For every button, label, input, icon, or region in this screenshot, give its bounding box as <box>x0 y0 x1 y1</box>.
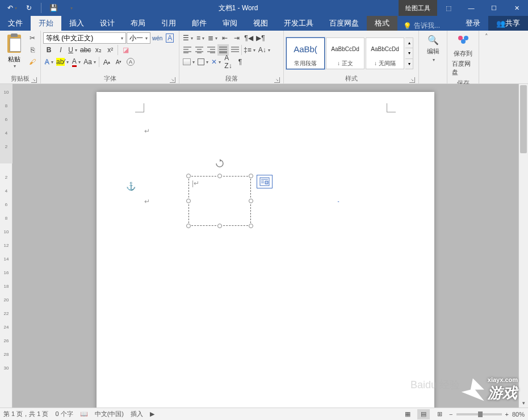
tab-design[interactable]: 设计 <box>92 16 123 31</box>
tab-file[interactable]: 文件 <box>0 16 31 31</box>
align-center-button[interactable] <box>194 44 205 56</box>
enclose-char-button[interactable]: A <box>125 56 136 68</box>
redo-button[interactable]: ↻ <box>22 1 36 15</box>
tab-review[interactable]: 审阅 <box>215 16 245 31</box>
zoom-thumb[interactable] <box>478 411 483 417</box>
login-button[interactable]: 登录 <box>458 16 488 31</box>
font-launcher[interactable]: ↘ <box>170 77 175 83</box>
tab-format[interactable]: 格式 <box>367 16 397 31</box>
sort-az-button[interactable]: AZ↓ <box>223 56 234 68</box>
superscript-button[interactable]: x² <box>104 44 116 56</box>
asian-layout-button[interactable]: ✕▾ <box>210 56 222 68</box>
styles-launcher[interactable]: ↘ <box>409 77 415 83</box>
tab-layout[interactable]: 布局 <box>123 16 153 31</box>
subscript-button[interactable]: x₂ <box>93 44 104 56</box>
align-left-button[interactable] <box>182 44 193 56</box>
zoom-in-button[interactable]: + <box>505 411 509 418</box>
change-case-button[interactable]: Aa▾ <box>82 56 97 68</box>
save-to-baidu-button[interactable]: 保存到 百度网盘 <box>450 32 476 79</box>
align-right-button[interactable] <box>206 44 217 56</box>
underline-button[interactable]: U▾ <box>67 44 78 56</box>
borders-button[interactable]: ▾ <box>196 56 209 68</box>
font-color-button[interactable]: A▾ <box>70 56 82 68</box>
copy-button[interactable]: ⎘ <box>27 44 38 56</box>
resize-handle-r[interactable] <box>249 199 253 203</box>
paragraph-launcher[interactable]: ↘ <box>274 77 280 83</box>
tab-mailings[interactable]: 邮件 <box>184 16 215 31</box>
tab-references[interactable]: 引用 <box>153 16 184 31</box>
qat-customize[interactable]: ▾ <box>63 1 78 15</box>
page-viewport[interactable]: ↵ ⚓ ↵ |↵ <box>12 84 518 408</box>
grow-font-button[interactable]: A▴ <box>101 56 112 68</box>
tab-view[interactable]: 视图 <box>245 16 276 31</box>
char-border-button[interactable]: A <box>164 32 175 44</box>
paste-button[interactable]: 粘贴 ▾ <box>2 32 26 69</box>
cut-button[interactable]: ✂ <box>27 32 38 44</box>
rtl-button[interactable]: ▶¶ <box>255 32 266 44</box>
styles-up[interactable]: ▴ <box>405 38 413 48</box>
multilevel-button[interactable]: ≣▾ <box>207 32 219 44</box>
style-item-2[interactable]: AaBbCcDd ↓ 无间隔 <box>366 37 404 69</box>
resize-handle-t[interactable] <box>217 174 222 178</box>
scroll-down[interactable]: ▾ <box>519 398 528 408</box>
ribbon-options-button[interactable]: ⬚ <box>437 0 460 16</box>
zoom-slider[interactable] <box>456 413 502 415</box>
bold-button[interactable]: B <box>43 44 55 56</box>
close-button[interactable]: ✕ <box>505 0 528 16</box>
resize-handle-tl[interactable] <box>186 174 191 178</box>
resize-handle-tr[interactable] <box>249 174 253 178</box>
page-status[interactable]: 第 1 页，共 1 页 <box>3 410 48 418</box>
word-count[interactable]: 0 个字 <box>55 410 73 418</box>
resize-handle-b[interactable] <box>217 224 222 228</box>
minimize-button[interactable]: — <box>460 0 483 16</box>
collapse-ribbon-button[interactable]: ˄ <box>479 31 494 83</box>
find-button[interactable]: 🔍 编辑 ▾ <box>421 32 445 65</box>
page-1[interactable]: ↵ ⚓ ↵ |↵ <box>97 92 434 408</box>
tab-insert[interactable]: 插入 <box>61 16 92 31</box>
macro-icon[interactable]: ▶ <box>150 410 154 418</box>
styles-more[interactable]: ▾ <box>405 59 413 69</box>
font-name-combo[interactable]: 等线 (中文正文)▾ <box>43 32 126 44</box>
scroll-thumb[interactable] <box>520 85 527 153</box>
text-effects-button[interactable]: A▾ <box>43 56 55 68</box>
format-painter-button[interactable]: 🖌 <box>27 56 38 68</box>
bullets-button[interactable]: ☰▾ <box>182 32 194 44</box>
undo-button[interactable]: ↶▾ <box>5 1 19 15</box>
sort-button[interactable]: A↓▾ <box>257 44 271 56</box>
clear-format-button[interactable]: ◪ <box>120 44 131 56</box>
print-layout-button[interactable]: ▤ <box>417 409 430 419</box>
language-status[interactable]: 中文(中国) <box>95 410 124 418</box>
line-spacing-button[interactable]: ‡≡▾ <box>242 44 257 56</box>
read-mode-button[interactable]: ▦ <box>401 409 414 419</box>
resize-handle-l[interactable] <box>186 199 191 203</box>
web-layout-button[interactable]: ⊞ <box>433 409 446 419</box>
zoom-level[interactable]: 80% <box>512 411 525 418</box>
style-item-0[interactable]: AaBb( 常用段落 <box>286 37 325 69</box>
vertical-ruler[interactable]: 10 8 6 4 2 2 4 6 8 10 12 14 16 18 20 22 … <box>0 84 12 408</box>
font-size-combo[interactable]: 小一▾ <box>127 32 150 44</box>
tab-home[interactable]: 开始 <box>31 16 61 31</box>
style-item-1[interactable]: AaBbCcDd ↓ 正文 <box>326 37 364 69</box>
vertical-scrollbar[interactable]: ▴ ▾ <box>518 84 528 408</box>
shrink-font-button[interactable]: A▾ <box>113 56 124 68</box>
share-button[interactable]: 👥 共享 <box>488 16 528 31</box>
decrease-indent-button[interactable]: ⇤ <box>219 32 231 44</box>
selected-shape[interactable]: |↵ <box>188 176 251 226</box>
italic-button[interactable]: I <box>55 44 66 56</box>
styles-down[interactable]: ▾ <box>405 48 413 58</box>
rotate-handle[interactable] <box>215 159 224 168</box>
insert-mode[interactable]: 插入 <box>131 410 143 418</box>
show-marks-button[interactable]: ¶ <box>234 56 246 68</box>
clipboard-launcher[interactable]: ↘ <box>31 77 37 83</box>
tab-developer[interactable]: 开发工具 <box>276 16 321 31</box>
zoom-out-button[interactable]: − <box>449 411 452 418</box>
tab-baidu[interactable]: 百度网盘 <box>321 16 367 31</box>
maximize-button[interactable]: ☐ <box>483 0 505 16</box>
numbering-button[interactable]: ≡▾ <box>195 32 206 44</box>
resize-handle-br[interactable] <box>249 224 253 228</box>
phonetic-button[interactable]: wén <box>151 32 164 44</box>
increase-indent-button[interactable]: ⇥ <box>231 32 242 44</box>
spellcheck-icon[interactable]: 📖 <box>80 410 88 418</box>
ltr-button[interactable]: ¶◀ <box>243 32 254 44</box>
highlight-button[interactable]: ab⁄▾ <box>55 56 70 68</box>
